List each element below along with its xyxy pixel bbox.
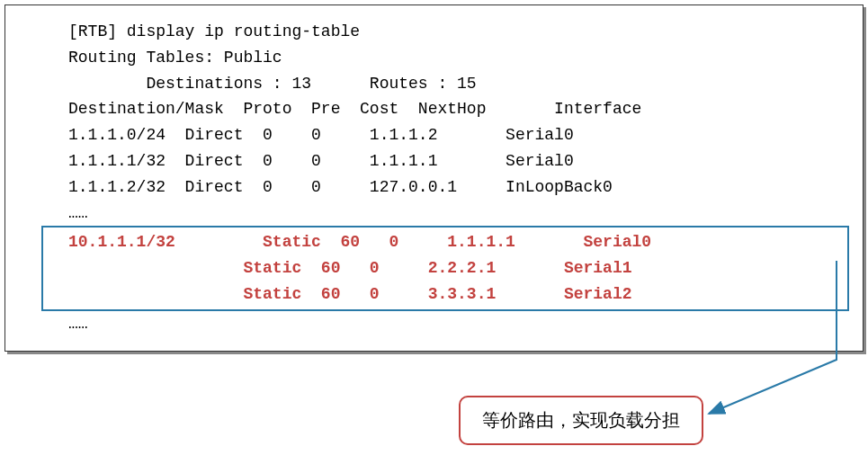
table-row: 10.1.1.1/32 Static 60 0 1.1.1.1 Serial0 [68, 229, 838, 255]
terminal-output: [RTB] display ip routing-table Routing T… [4, 4, 864, 352]
annotation-callout: 等价路由，实现负载分担 [459, 396, 703, 445]
ellipsis: …… [68, 201, 836, 227]
ellipsis: …… [68, 311, 836, 337]
table-header-2: Destinations : 13 Routes : 15 [68, 71, 836, 97]
table-row: 1.1.1.0/24 Direct 0 0 1.1.1.2 Serial0 [68, 122, 836, 148]
column-headers: Destination/Mask Proto Pre Cost NextHop … [68, 96, 836, 122]
command-line: [RTB] display ip routing-table [68, 19, 836, 45]
table-row: 1.1.1.1/32 Direct 0 0 1.1.1.1 Serial0 [68, 148, 836, 174]
table-header-1: Routing Tables: Public [68, 45, 836, 71]
table-row: Static 60 0 3.3.3.1 Serial2 [68, 281, 838, 308]
highlighted-routes: 10.1.1.1/32 Static 60 0 1.1.1.1 Serial0 … [41, 226, 849, 310]
table-row: Static 60 0 2.2.2.1 Serial1 [68, 255, 838, 281]
callout-arrow [826, 261, 868, 423]
table-row: 1.1.1.2/32 Direct 0 0 127.0.0.1 InLoopBa… [68, 174, 836, 201]
